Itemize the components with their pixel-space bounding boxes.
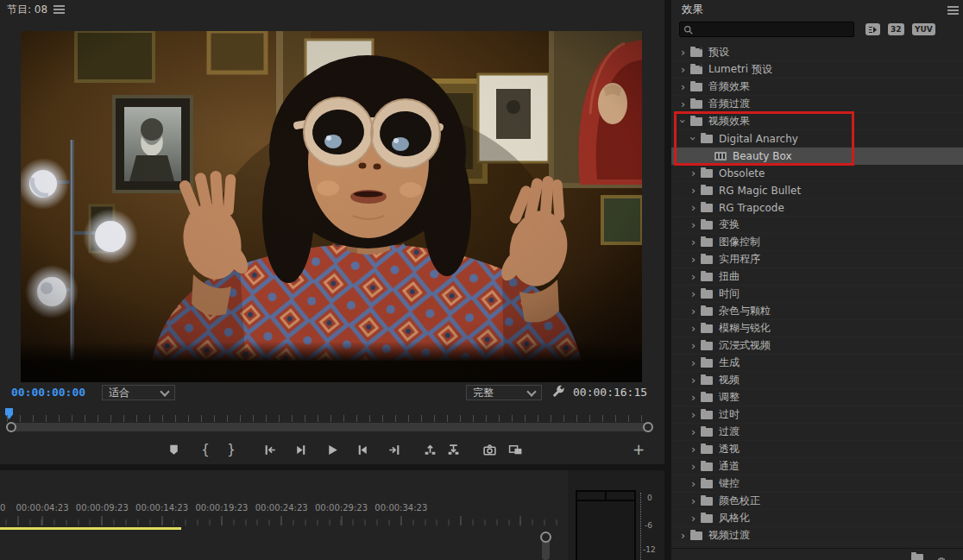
work-area-bar[interactable] [0,527,181,530]
plus-button[interactable]: + [626,439,651,460]
go-to-out-button[interactable] [381,439,406,460]
go-to-in-button[interactable] [258,439,282,460]
chevron-collapsed-icon[interactable]: › [688,461,699,472]
new-custom-bin-icon[interactable] [911,554,923,560]
chevron-collapsed-icon[interactable]: › [688,392,699,403]
tree-item-transition[interactable]: ›过渡 [671,424,963,441]
tree-item-immersive-video[interactable]: ›沉浸式视频 [671,337,963,355]
tree-item-generate[interactable]: ›生成 [671,355,963,372]
tree-item-video[interactable]: ›视频 [671,372,963,389]
chevron-collapsed-icon[interactable]: › [677,64,689,75]
extract-button[interactable] [441,439,465,460]
chevron-collapsed-icon[interactable]: › [677,47,689,58]
step-back-button[interactable] [288,439,312,460]
chevron-collapsed-icon[interactable]: › [688,323,699,334]
chevron-collapsed-icon[interactable]: › [677,530,689,541]
tree-item-presets[interactable]: ›预设 [671,44,963,61]
tree-item-lumetri-presets[interactable]: ›Lumetri 预设 [671,61,963,79]
panel-menu-icon[interactable] [54,5,65,15]
tree-item-perspective[interactable]: ›透视 [671,441,963,458]
tree-item-outdated[interactable]: ›过时 [671,406,963,424]
chevron-collapsed-icon[interactable]: › [688,185,699,196]
32-bit-color-icon[interactable]: 32 [888,23,904,35]
tree-item-time[interactable]: ›时间 [671,286,963,303]
settings-wrench-icon[interactable] [550,385,566,401]
search-input[interactable] [696,23,850,36]
delete-custom-item-icon[interactable] [936,554,947,560]
chevron-collapsed-icon[interactable]: › [688,305,699,317]
chevron-collapsed-icon[interactable]: › [688,167,699,179]
tree-item-adjust[interactable]: ›调整 [671,389,963,406]
panel-divider-horizontal[interactable] [0,464,664,470]
marker-button[interactable] [161,439,186,460]
tree-item-video-effects[interactable]: ›视频效果 [671,113,963,130]
chevron-collapsed-icon[interactable]: › [688,202,699,213]
tree-item-channel[interactable]: ›通道 [671,458,963,475]
monitor-zoom-scrollbar[interactable] [8,423,651,431]
accelerated-effects-icon[interactable] [865,23,880,35]
chevron-collapsed-icon[interactable]: › [677,81,689,92]
chevron-collapsed-icon[interactable]: › [688,288,699,299]
tree-item-transform[interactable]: ›变换 [671,217,963,234]
tree-item-distort[interactable]: ›扭曲 [671,268,963,286]
chevron-collapsed-icon[interactable]: › [688,271,699,282]
tree-item-obsolete[interactable]: ›Obsolete [671,165,963,182]
mark-in-button[interactable]: { [193,439,217,460]
timeline-scrollbar[interactable] [542,538,550,560]
comparison-view-button[interactable] [503,439,527,460]
play-button[interactable] [320,439,344,460]
tree-item-stylize[interactable]: ›风格化 [671,510,963,527]
panel-divider-vertical[interactable] [664,0,671,560]
tree-item-blur-sharpen[interactable]: ›模糊与锐化 [671,320,963,337]
tree-item-rg-trapcode[interactable]: ›RG Trapcode [671,199,963,217]
effects-panel-tab[interactable]: 效果 [682,3,703,17]
folder-icon [701,342,713,350]
tree-item-audio-transitions[interactable]: ›音频过渡 [671,96,963,113]
tree-item-noise-grain[interactable]: ›杂色与颗粒 [671,303,963,320]
zoom-handle-left[interactable] [6,422,16,432]
video-preview[interactable] [21,31,642,382]
tree-item-rg-magic-bullet[interactable]: ›RG Magic Bullet [671,182,963,199]
lift-button[interactable] [418,439,442,460]
monitor-time-ruler[interactable] [7,415,652,422]
tree-item-utility[interactable]: ›实用程序 [671,251,963,268]
current-timecode[interactable]: 00:00:00:00 [11,386,85,399]
mark-out-button[interactable]: } [219,439,243,460]
scrollbar-knob[interactable] [540,532,551,543]
tree-item-audio-effects[interactable]: ›音频效果 [671,79,963,96]
chevron-collapsed-icon[interactable]: › [688,513,699,524]
mark-in-icon: { [201,444,210,456]
panel-menu-icon[interactable] [947,6,959,16]
tree-item-color-correction[interactable]: ›颜色校正 [671,493,963,510]
chevron-collapsed-icon[interactable]: › [688,478,699,489]
chevron-expanded-icon[interactable]: › [688,133,699,144]
tree-item-label: RG Trapcode [719,202,784,214]
chevron-collapsed-icon[interactable]: › [688,236,699,248]
chevron-collapsed-icon[interactable]: › [688,357,699,368]
program-monitor-tab[interactable]: 节目: 08 [7,3,47,17]
effects-search-box[interactable] [679,22,854,37]
chevron-collapsed-icon[interactable]: › [688,426,699,437]
tree-item-video-transitions[interactable]: ›视频过渡 [671,527,963,544]
chevron-collapsed-icon[interactable]: › [688,219,699,230]
tree-item-beauty-box[interactable]: Beauty Box [671,148,963,165]
chevron-collapsed-icon[interactable]: › [688,495,699,507]
chevron-collapsed-icon[interactable]: › [688,444,699,455]
timeline-ruler-ticks-minor[interactable] [0,519,563,525]
export-frame-button[interactable] [477,439,501,460]
zoom-level-select[interactable]: 适合 [102,385,175,400]
chevron-collapsed-icon[interactable]: › [677,98,689,110]
playback-resolution-select[interactable]: 完整 [466,385,542,400]
chevron-collapsed-icon[interactable]: › [688,409,699,420]
step-forward-button[interactable] [350,439,374,460]
chevron-expanded-icon[interactable]: › [677,116,689,127]
tree-item-keying[interactable]: ›键控 [671,475,963,493]
zoom-handle-right[interactable] [643,422,653,432]
chevron-collapsed-icon[interactable]: › [688,254,699,265]
tree-item-image-control[interactable]: ›图像控制 [671,234,963,251]
tree-item-digital-anarchy[interactable]: ›Digital Anarchy [671,130,963,148]
chevron-collapsed-icon[interactable]: › [688,340,699,351]
chevron-collapsed-icon[interactable]: › [688,374,699,386]
ruler-label: 00:00:29:23 [312,503,372,513]
yuv-effects-icon[interactable]: YUV [912,23,935,35]
